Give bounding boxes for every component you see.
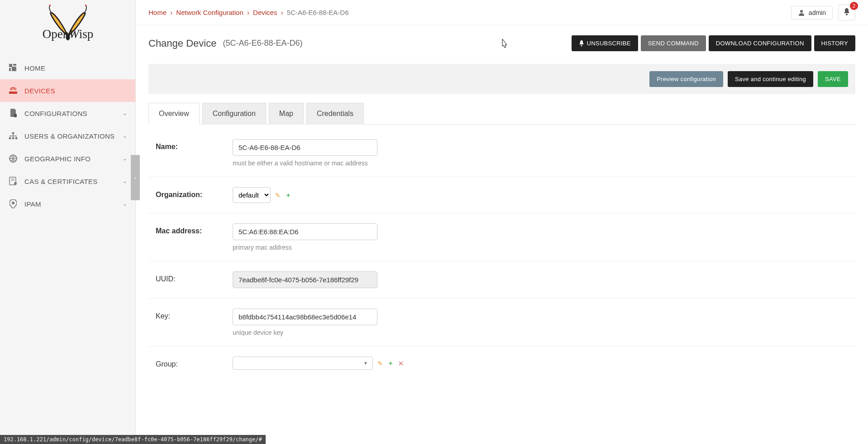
chevron-down-icon: ▼ <box>363 361 368 366</box>
sidebar: OpenWisp HOME DEVICES CONFIGURATIONS <box>0 0 136 444</box>
svg-point-13 <box>15 137 18 140</box>
help-name: must be either a valid hostname or mac a… <box>233 159 468 167</box>
label-organization: Organization: <box>156 187 233 199</box>
history-button[interactable]: HISTORY <box>814 35 855 51</box>
svg-point-11 <box>9 137 11 140</box>
user-menu[interactable]: admin <box>791 6 833 19</box>
sidebar-item-ipam[interactable]: IPAM ⌄ <box>0 193 135 215</box>
unsubscribe-button[interactable]: UNSUBSCRIBE <box>572 35 638 51</box>
page-header: Change Device (5C-A6-E6-88-EA-D6) UNSUBS… <box>136 25 868 64</box>
location-icon <box>8 199 18 209</box>
svg-point-10 <box>12 132 14 135</box>
tab-map[interactable]: Map <box>269 103 304 125</box>
svg-point-22 <box>581 45 582 46</box>
remove-icon[interactable]: ✕ <box>398 360 404 367</box>
sidebar-label: DEVICES <box>24 87 127 95</box>
svg-point-1 <box>49 5 51 6</box>
label-group: Group: <box>156 357 233 368</box>
orgchart-icon <box>8 131 18 141</box>
preview-configuration-button[interactable]: Preview configuration <box>649 71 723 87</box>
key-input[interactable] <box>233 309 377 325</box>
mac-input[interactable] <box>233 223 377 240</box>
svg-point-12 <box>12 137 14 140</box>
save-and-continue-button[interactable]: Save and continue editing <box>728 71 813 87</box>
svg-rect-4 <box>9 64 12 67</box>
sidebar-label: USERS & ORGANIZATIONS <box>24 132 123 140</box>
file-icon <box>8 108 18 118</box>
breadcrumb: Home › Network Configuration › Devices ›… <box>148 9 791 16</box>
sidebar-item-users-orgs[interactable]: USERS & ORGANIZATIONS ⌄ <box>0 125 135 147</box>
download-configuration-button[interactable]: DOWNLOAD CONFIGURATION <box>709 35 811 51</box>
svg-point-18 <box>14 182 17 185</box>
svg-point-19 <box>12 202 14 204</box>
group-select[interactable]: ▼ <box>233 357 373 370</box>
sidebar-item-configurations[interactable]: CONFIGURATIONS ⌄ <box>0 102 135 125</box>
svg-rect-7 <box>12 67 16 71</box>
add-icon[interactable]: ＋ <box>387 359 394 367</box>
svg-text:OpenWisp: OpenWisp <box>42 27 93 41</box>
label-uuid: UUID: <box>156 271 233 283</box>
action-bar: Preview configuration Save and continue … <box>148 64 855 94</box>
sidebar-item-home[interactable]: HOME <box>0 57 135 79</box>
globe-icon <box>8 154 18 164</box>
certificate-icon <box>8 176 18 186</box>
label-name: Name: <box>156 139 233 151</box>
collapse-sidebar-handle[interactable]: ‹ <box>131 155 140 200</box>
label-mac: Mac address: <box>156 223 233 235</box>
chevron-down-icon: ⌄ <box>123 178 127 184</box>
svg-rect-6 <box>9 68 11 71</box>
breadcrumb-home[interactable]: Home <box>148 9 167 16</box>
tab-overview[interactable]: Overview <box>148 103 200 125</box>
page-title: Change Device <box>148 38 216 49</box>
router-icon <box>8 86 18 96</box>
sidebar-label: CAS & CERTIFICATES <box>24 178 123 185</box>
svg-rect-8 <box>9 92 17 94</box>
help-mac: primary mac address <box>233 244 468 251</box>
user-icon <box>798 9 805 16</box>
tabs: Overview Configuration Map Credentials <box>148 102 855 125</box>
send-command-button[interactable]: SEND COMMAND <box>641 35 706 51</box>
sidebar-item-devices[interactable]: DEVICES <box>0 79 135 102</box>
svg-rect-5 <box>13 64 16 66</box>
field-mac: Mac address: primary mac address <box>148 213 855 261</box>
uuid-input <box>233 271 377 288</box>
page-subtitle: (5C-A6-E6-88-EA-D6) <box>223 39 302 48</box>
organization-select[interactable]: default <box>233 187 271 203</box>
field-key: Key: unique device key <box>148 299 855 347</box>
main-content: Home › Network Configuration › Devices ›… <box>136 0 868 444</box>
svg-point-21 <box>846 14 848 15</box>
breadcrumb-nc[interactable]: Network Configuration <box>176 9 243 16</box>
field-uuid: UUID: <box>148 261 855 299</box>
save-button[interactable]: SAVE <box>818 71 848 87</box>
help-key: unique device key <box>233 329 468 336</box>
bell-icon <box>579 40 584 47</box>
sidebar-item-cas[interactable]: CAS & CERTIFICATES ⌄ <box>0 170 135 193</box>
sidebar-label: IPAM <box>24 200 123 208</box>
sidebar-label: HOME <box>24 64 127 72</box>
name-input[interactable] <box>233 139 377 156</box>
label-key: Key: <box>156 309 233 320</box>
username: admin <box>809 9 826 16</box>
notifications-button[interactable]: 2 <box>838 5 855 20</box>
topbar: Home › Network Configuration › Devices ›… <box>136 0 868 25</box>
sidebar-label: CONFIGURATIONS <box>24 110 123 117</box>
svg-point-2 <box>85 5 86 6</box>
add-icon[interactable]: ＋ <box>285 191 291 199</box>
chevron-down-icon: ⌄ <box>123 133 127 139</box>
chevron-down-icon: ⌄ <box>123 201 127 207</box>
field-name: Name: must be either a valid hostname or… <box>148 129 855 177</box>
chevron-down-icon: ⌄ <box>123 110 127 116</box>
edit-icon[interactable]: ✎ <box>377 360 383 367</box>
sidebar-label: GEOGRAPHIC INFO <box>24 155 123 163</box>
bell-icon <box>843 8 850 16</box>
edit-icon[interactable]: ✎ <box>275 192 281 199</box>
svg-point-20 <box>800 10 803 13</box>
status-bar-url: 192.168.1.221/admin/config/device/7eadbe… <box>0 435 266 444</box>
tab-configuration[interactable]: Configuration <box>202 103 266 125</box>
logo[interactable]: OpenWisp <box>0 0 135 52</box>
notification-count: 2 <box>850 2 858 10</box>
tab-credentials[interactable]: Credentials <box>306 103 364 125</box>
form-overview: Name: must be either a valid hostname or… <box>136 125 868 398</box>
sidebar-item-geographic[interactable]: GEOGRAPHIC INFO ⌄ <box>0 147 135 170</box>
breadcrumb-devices[interactable]: Devices <box>253 9 277 16</box>
